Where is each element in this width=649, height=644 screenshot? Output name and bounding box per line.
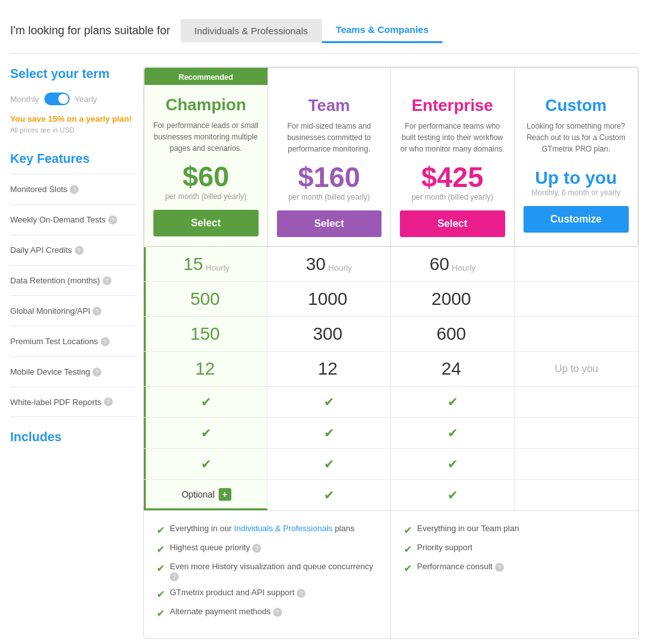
retention-help-icon[interactable]: ? — [103, 276, 112, 285]
enterprise-global-check: ✔ — [447, 394, 458, 409]
feature-mobile: Mobile Device Testing ? — [10, 356, 137, 387]
team-premium-check: ✔ — [324, 425, 335, 441]
monitored-slots-help-icon[interactable]: ? — [70, 185, 79, 194]
api-credits-help-icon[interactable]: ? — [75, 246, 84, 255]
champion-price-sub: per month (billed yearly) — [145, 192, 267, 201]
custom-plan-price: Up to you — [515, 162, 638, 188]
enterprise-weekly-tests: 2000 — [391, 282, 515, 316]
custom-header: Custom Looking for something more? Reach… — [515, 68, 638, 246]
ent-includes-check-2: ✔ — [404, 543, 412, 555]
tab-individuals[interactable]: Individuals & Professionals — [181, 19, 322, 42]
api-support-help-icon[interactable]: ? — [297, 589, 305, 598]
perf-consult-help-icon[interactable]: ? — [495, 563, 504, 572]
feature-whitelabel: White-label PDF Reports ? — [10, 387, 137, 417]
page: I'm looking for plans suitable for Indiv… — [0, 0, 649, 644]
includes-item-3: ✔ Even more History visualization and qu… — [157, 562, 378, 581]
custom-plan-name: Custom — [515, 86, 638, 120]
enterprise-mobile-check: ✔ — [447, 456, 458, 472]
champion-header: Recommended Champion For performance lea… — [145, 68, 268, 246]
plans-wrapper: Recommended Champion For performance lea… — [143, 67, 639, 639]
feature-weekly-tests: Weekly On-Demand Tests ? — [10, 204, 137, 235]
feature-premium-locations: Premium Test Locations ? — [10, 326, 137, 356]
tab-teams[interactable]: Teams & Companies — [322, 18, 442, 43]
payment-help-icon[interactable]: ? — [273, 608, 282, 617]
enterprise-whitelabel-check: ✔ — [447, 487, 458, 503]
team-premium: ✔ — [267, 418, 391, 448]
enterprise-header: Enterprise For performance teams who bui… — [391, 68, 515, 246]
enterprise-price-sub: per month (billed yearly) — [391, 193, 514, 202]
looking-text: I'm looking for plans suitable for — [10, 24, 170, 37]
enterprise-plan-price: $425 — [391, 162, 514, 193]
custom-premium — [515, 418, 638, 448]
recommended-badge: Recommended — [145, 70, 267, 85]
includes-section: ✔ Everything in our Individuals & Profes… — [144, 510, 638, 638]
yearly-label: Yearly — [75, 94, 98, 104]
row-mobile: ✔ ✔ ✔ — [144, 448, 638, 479]
main-content: Select your term Monthly Yearly You save… — [10, 67, 639, 639]
features-title: Key Features — [10, 151, 137, 166]
team-mobile: ✔ — [267, 449, 391, 479]
header: I'm looking for plans suitable for Indiv… — [10, 10, 639, 54]
weekly-tests-help-icon[interactable]: ? — [108, 216, 117, 224]
team-global: ✔ — [267, 387, 391, 417]
custom-plan-desc: Looking for something more? Reach out to… — [515, 120, 638, 162]
row-weekly-tests: 500 1000 2000 — [144, 281, 638, 316]
queue-priority-help-icon[interactable]: ? — [252, 544, 261, 553]
optional-plus-button[interactable]: + — [219, 488, 231, 501]
includes-check-1: ✔ — [157, 524, 165, 536]
custom-retention: Up to you — [515, 352, 638, 386]
champion-api-credits: 150 — [144, 317, 267, 351]
ent-includes-check-3: ✔ — [404, 562, 412, 574]
history-help-icon[interactable]: ? — [170, 572, 179, 581]
includes-check-3: ✔ — [157, 562, 165, 574]
includes-item-4: ✔ GTmetrix product and API support ? — [157, 588, 378, 600]
premium-locations-help-icon[interactable]: ? — [101, 337, 110, 346]
row-whitelabel: Optional + ✔ ✔ — [144, 479, 638, 510]
includes-item-1: ✔ Everything in our Individuals & Profes… — [157, 524, 378, 536]
whitelabel-help-icon[interactable]: ? — [104, 397, 113, 406]
team-price-sub: per month (billed yearly) — [268, 193, 391, 202]
enterprise-api-credits: 600 — [391, 317, 515, 351]
ent-includes-item-3: ✔ Performance consult ? — [404, 562, 626, 574]
champion-retention: 12 — [144, 352, 267, 386]
feature-rows: Monitored Slots ? Weekly On-Demand Tests… — [10, 174, 137, 417]
team-header: Team For mid-sized teams and businesses … — [268, 68, 392, 246]
custom-price-sub: Monthly, 6 month or yearly — [515, 188, 638, 197]
team-plan-name: Team — [268, 86, 391, 120]
custom-mobile — [515, 449, 638, 479]
team-plan-desc: For mid-sized teams and businesses commi… — [268, 120, 391, 162]
global-help-icon[interactable]: ? — [93, 307, 101, 316]
feature-global: Global Monitoring/API ? — [10, 295, 137, 326]
team-api-credits: 300 — [267, 317, 391, 351]
team-plan-price: $160 — [268, 162, 391, 193]
row-retention: 12 12 24 Up to you — [144, 351, 638, 386]
team-retention: 12 — [267, 352, 391, 386]
enterprise-monitored-slots: 60 Hourly — [391, 247, 515, 281]
champion-plan-price: $60 — [145, 162, 267, 192]
champion-plan-desc: For performance leads or small businesse… — [145, 120, 267, 162]
champion-select-button[interactable]: Select — [153, 210, 259, 236]
team-global-check: ✔ — [324, 394, 335, 409]
team-weekly-tests: 1000 — [267, 282, 391, 316]
team-select-button[interactable]: Select — [277, 210, 382, 237]
includes-item-2: ✔ Highest queue priority ? — [157, 543, 378, 555]
savings-text: You save 15% on a yearly plan! — [10, 114, 137, 124]
champion-includes: ✔ Everything in our Individuals & Profes… — [144, 511, 391, 638]
champion-global: ✔ — [144, 387, 267, 417]
custom-select-button[interactable]: Customize — [524, 206, 629, 233]
enterprise-select-button[interactable]: Select — [400, 210, 505, 237]
champion-whitelabel: Optional + — [144, 480, 267, 510]
custom-weekly-tests — [515, 282, 638, 316]
feature-api-credits: Daily API Credits ? — [10, 235, 137, 265]
includes-item-5: ✔ Alternate payment methods ? — [157, 607, 378, 619]
term-toggle[interactable] — [44, 93, 70, 105]
enterprise-plan-name: Enterprise — [391, 86, 514, 120]
row-monitored-slots: 15 Hourly 30 Hourly 60 Hourly — [144, 247, 638, 281]
mobile-help-icon[interactable]: ? — [93, 368, 101, 377]
enterprise-mobile: ✔ — [391, 449, 515, 479]
row-global: ✔ ✔ ✔ — [144, 386, 638, 417]
individuals-link[interactable]: Individuals & Professionals — [234, 524, 332, 533]
champion-premium: ✔ — [144, 418, 267, 448]
monthly-label: Monthly — [10, 94, 39, 104]
custom-api-credits — [515, 317, 638, 351]
